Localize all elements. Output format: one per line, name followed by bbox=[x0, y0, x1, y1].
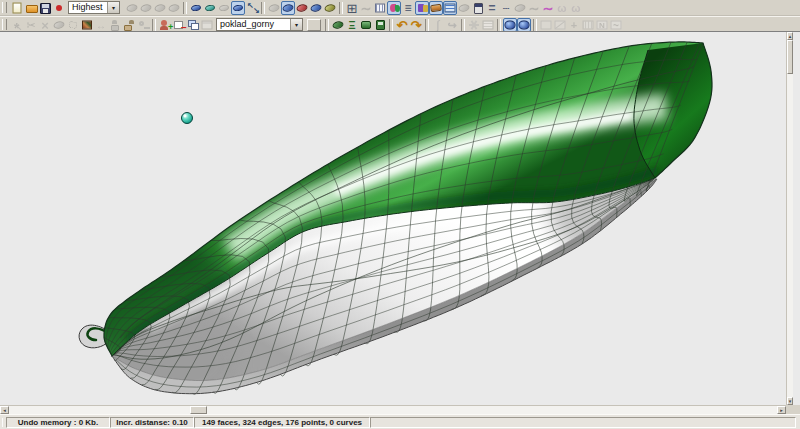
unlock-button[interactable] bbox=[122, 18, 136, 32]
list-view-icon: ≡ bbox=[402, 2, 414, 14]
fair-curve-button[interactable]: ∼ bbox=[527, 1, 541, 15]
render-quality-dropdown[interactable]: Highest▾ bbox=[68, 1, 120, 14]
scroll-down-button[interactable]: ▾ bbox=[787, 397, 793, 405]
loop-1-icon: ω bbox=[556, 2, 568, 14]
layer-dropdown[interactable]: poklad_gorny▾ bbox=[216, 18, 303, 31]
frame-2-button[interactable] bbox=[553, 18, 567, 32]
render-flower-button[interactable] bbox=[467, 18, 481, 32]
view-ghost-button[interactable] bbox=[217, 1, 231, 15]
surface-tool-1-button[interactable] bbox=[125, 1, 139, 15]
frame-n-button[interactable]: N bbox=[595, 18, 609, 32]
save-button[interactable] bbox=[38, 1, 52, 15]
curve-arrow-button[interactable]: ↪ bbox=[445, 18, 459, 32]
move-points-button[interactable]: ↔ bbox=[94, 18, 108, 32]
patch-tool-button[interactable] bbox=[513, 1, 527, 15]
blank-button[interactable] bbox=[307, 19, 321, 31]
viewport-3d[interactable] bbox=[0, 31, 800, 405]
new-file-icon bbox=[11, 2, 23, 14]
control-points-button[interactable] bbox=[387, 1, 401, 15]
undo-button[interactable]: ↶ bbox=[395, 18, 409, 32]
layer-dropdown-value: poklad_gorny bbox=[217, 19, 290, 30]
new-file-button[interactable] bbox=[10, 1, 24, 15]
curve-tool-button[interactable]: ∼ bbox=[359, 1, 373, 15]
scroll-right-button[interactable]: ▸ bbox=[777, 406, 786, 414]
curve-fit-button[interactable]: ∫ bbox=[431, 18, 445, 32]
frame-plus-icon: + bbox=[568, 19, 580, 31]
add-layer-button[interactable]: + bbox=[158, 18, 172, 32]
toolbar-grip[interactable] bbox=[2, 19, 7, 30]
frame-curve-button[interactable]: ~ bbox=[609, 18, 623, 32]
origin-point-marker[interactable] bbox=[182, 113, 193, 124]
solid-view-2-button[interactable] bbox=[517, 18, 531, 32]
vertical-scrollbar[interactable]: ▴ ▾ bbox=[786, 32, 793, 405]
loop-2-button[interactable]: ω bbox=[569, 1, 583, 15]
frame-curve-icon: ~ bbox=[610, 19, 622, 31]
mesh-grid-button[interactable] bbox=[481, 18, 495, 32]
green-tool-3-button[interactable] bbox=[359, 18, 373, 32]
green-tool-2-button[interactable]: Ξ bbox=[345, 18, 359, 32]
dropdown-arrow-icon[interactable]: ▾ bbox=[290, 19, 302, 30]
layer-manager-button[interactable] bbox=[186, 18, 200, 32]
scroll-left-icon: ◂ bbox=[3, 407, 6, 413]
zoom-fit-button[interactable]: ↖↘ bbox=[245, 1, 259, 15]
curvature-button[interactable]: ∼ bbox=[541, 1, 555, 15]
horizontal-scrollbar[interactable]: ◂ ▸ bbox=[0, 405, 786, 414]
section-button[interactable] bbox=[429, 1, 443, 15]
loop-1-button[interactable]: ω bbox=[555, 1, 569, 15]
mesh-stats-status: 149 faces, 324 edges, 176 points, 0 curv… bbox=[194, 417, 370, 428]
toolbar-main: Highest▾↖↘⊞∼≡=┄∼∼ωω bbox=[0, 0, 800, 16]
surface-tool-2-button[interactable] bbox=[139, 1, 153, 15]
vertical-scroll-thumb[interactable] bbox=[787, 40, 793, 74]
scroll-up-button[interactable]: ▴ bbox=[787, 32, 793, 40]
display-mode-1-button[interactable] bbox=[267, 1, 281, 15]
green-tool-1-button[interactable] bbox=[331, 18, 345, 32]
application-window: Highest▾↖↘⊞∼≡=┄∼∼ωω *✂×↔+−poklad_gorny▾Ξ… bbox=[0, 0, 800, 429]
spacing-button[interactable]: = bbox=[485, 1, 499, 15]
grid-snap-button[interactable]: ⊞ bbox=[345, 1, 359, 15]
solid-view-1-button[interactable] bbox=[503, 18, 517, 32]
green-tool-4-button[interactable] bbox=[373, 18, 387, 32]
list-view-button[interactable]: ≡ bbox=[401, 1, 415, 15]
open-file-button[interactable] bbox=[24, 1, 38, 15]
frame-grid-icon bbox=[582, 19, 594, 31]
isocurve-button[interactable] bbox=[373, 1, 387, 15]
blend-button[interactable] bbox=[52, 18, 66, 32]
cut-button[interactable]: ✂ bbox=[24, 18, 38, 32]
view-shaded-button[interactable] bbox=[231, 1, 245, 15]
display-mode-5-icon bbox=[324, 2, 336, 14]
scroll-left-button[interactable]: ◂ bbox=[0, 406, 9, 414]
calculator-button[interactable] bbox=[471, 1, 485, 15]
delete-button[interactable]: × bbox=[38, 18, 52, 32]
view-wireframe-button[interactable] bbox=[189, 1, 203, 15]
green-tool-3-icon bbox=[360, 19, 372, 31]
toolbar-grip[interactable] bbox=[2, 2, 7, 13]
dashed-line-button[interactable]: ┄ bbox=[499, 1, 513, 15]
render-button[interactable] bbox=[52, 1, 66, 15]
wand-button[interactable]: * bbox=[10, 18, 24, 32]
polygon-points-button[interactable] bbox=[66, 18, 80, 32]
dropdown-arrow-icon[interactable]: ▾ bbox=[107, 2, 119, 13]
zoom-fit-icon: ↖↘ bbox=[246, 2, 258, 14]
redo-button[interactable]: ↷ bbox=[409, 18, 423, 32]
display-mode-2-button[interactable] bbox=[281, 1, 295, 15]
horizontal-scroll-thumb[interactable] bbox=[190, 406, 207, 414]
display-mode-4-button[interactable] bbox=[309, 1, 323, 15]
waves-display-button[interactable] bbox=[443, 1, 457, 15]
render-quality-dropdown-value: Highest bbox=[69, 2, 107, 13]
surface-tool-4-button[interactable] bbox=[167, 1, 181, 15]
display-mode-5-button[interactable] bbox=[323, 1, 337, 15]
mesh-tool-button[interactable] bbox=[457, 1, 471, 15]
window-pane-button[interactable] bbox=[200, 18, 214, 32]
key-button[interactable] bbox=[136, 18, 150, 32]
view-hidden-line-button[interactable] bbox=[203, 1, 217, 15]
lock-button[interactable] bbox=[108, 18, 122, 32]
frame-plus-button[interactable]: + bbox=[567, 18, 581, 32]
display-mode-3-button[interactable] bbox=[295, 1, 309, 15]
surface-tool-3-button[interactable] bbox=[153, 1, 167, 15]
analysis-button[interactable] bbox=[415, 1, 429, 15]
green-tool-4-icon bbox=[374, 19, 386, 31]
remove-layer-button[interactable]: − bbox=[172, 18, 186, 32]
material-button[interactable] bbox=[80, 18, 94, 32]
frame-1-button[interactable] bbox=[539, 18, 553, 32]
frame-grid-button[interactable] bbox=[581, 18, 595, 32]
